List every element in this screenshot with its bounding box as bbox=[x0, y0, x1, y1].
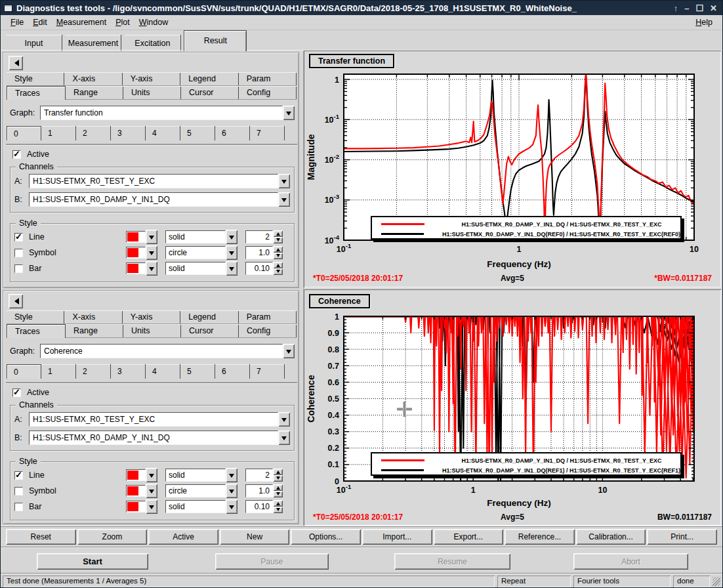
tab-config[interactable]: Config bbox=[239, 324, 297, 338]
tab-param[interactable]: Param bbox=[239, 310, 297, 324]
line-width-input[interactable]: 2 bbox=[245, 469, 273, 482]
bar-color-swatch[interactable] bbox=[126, 262, 146, 274]
trace-tab-1[interactable]: 1 bbox=[41, 364, 76, 379]
channel-b-select[interactable]: H1:SUS-ETMX_R0_DAMP_Y_IN1_DQ bbox=[29, 192, 278, 207]
tab-traces[interactable]: Traces bbox=[7, 324, 66, 338]
line-color-swatch[interactable] bbox=[126, 469, 146, 481]
graph-select[interactable]: Coherence bbox=[40, 344, 283, 358]
symbol-color-swatch[interactable] bbox=[126, 247, 146, 259]
tab-traces[interactable]: Traces bbox=[7, 86, 66, 100]
tab-result[interactable]: Result bbox=[184, 30, 247, 51]
channel-a-select[interactable]: H1:SUS-ETMX_R0_TEST_Y_EXC bbox=[29, 174, 278, 188]
tab-input[interactable]: Input bbox=[6, 35, 62, 51]
collapse-panel-button[interactable] bbox=[9, 56, 23, 70]
symbol-color-dropdown-button[interactable] bbox=[146, 484, 157, 498]
symbol-color-swatch[interactable] bbox=[126, 485, 146, 497]
trace-tab-7[interactable]: 7 bbox=[250, 126, 285, 140]
tab-range[interactable]: Range bbox=[66, 86, 123, 100]
active-button[interactable]: Active bbox=[148, 529, 218, 545]
reference-button[interactable]: Reference... bbox=[505, 529, 575, 545]
line-style-dropdown-button[interactable] bbox=[226, 230, 238, 244]
tab-config[interactable]: Config bbox=[239, 86, 297, 100]
symbol-checkbox[interactable]: ✓ bbox=[14, 487, 23, 495]
bar-width-stepper[interactable] bbox=[273, 262, 283, 275]
trace-tab-1[interactable]: 1 bbox=[41, 126, 76, 140]
bar-width-input[interactable]: 0.10 bbox=[245, 262, 273, 275]
symbol-size-stepper[interactable] bbox=[273, 484, 283, 497]
channel-a-select[interactable]: H1:SUS-ETMX_R0_TEST_Y_EXC bbox=[29, 412, 278, 427]
trace-tab-7[interactable]: 7 bbox=[250, 364, 285, 379]
symbol-style-dropdown-button[interactable] bbox=[226, 484, 238, 498]
minimize-window-icon[interactable]: – bbox=[684, 3, 689, 13]
tab-units[interactable]: Units bbox=[123, 86, 181, 100]
print-button[interactable]: Print... bbox=[647, 529, 717, 545]
trace-tab-0[interactable]: 0 bbox=[7, 364, 41, 379]
bar-checkbox[interactable]: ✓ bbox=[14, 503, 23, 511]
line-width-stepper[interactable] bbox=[273, 469, 283, 482]
trace-tab-6[interactable]: 6 bbox=[215, 126, 250, 140]
menu-edit[interactable]: Edit bbox=[28, 16, 52, 29]
menu-window[interactable]: Window bbox=[134, 16, 173, 29]
channel-b-dropdown-button[interactable] bbox=[278, 430, 290, 445]
options-button[interactable]: Options... bbox=[291, 529, 361, 545]
bar-width-input[interactable]: 0.10 bbox=[245, 500, 273, 513]
tab-measurement[interactable]: Measurement bbox=[65, 35, 121, 51]
tab-cursor[interactable]: Cursor bbox=[181, 86, 239, 100]
active-checkbox[interactable]: ✓ bbox=[12, 150, 21, 159]
line-style-select[interactable]: solid bbox=[165, 469, 226, 482]
trace-tab-3[interactable]: 3 bbox=[111, 126, 146, 140]
bar-color-swatch[interactable] bbox=[126, 501, 146, 513]
graph-select[interactable]: Transfer function bbox=[40, 106, 283, 120]
bar-style-dropdown-button[interactable] bbox=[226, 261, 238, 276]
trace-tab-4[interactable]: 4 bbox=[146, 364, 180, 379]
tab-legend[interactable]: Legend bbox=[180, 310, 238, 324]
active-checkbox[interactable]: ✓ bbox=[12, 388, 21, 397]
close-window-icon[interactable]: ✕ bbox=[710, 3, 717, 13]
trace-tab-5[interactable]: 5 bbox=[180, 126, 215, 140]
tab-style[interactable]: Style bbox=[7, 72, 64, 86]
tab-range[interactable]: Range bbox=[66, 324, 123, 338]
calibration-button[interactable]: Calibration... bbox=[576, 529, 646, 545]
line-color-dropdown-button[interactable] bbox=[146, 230, 157, 244]
menu-help[interactable]: Help bbox=[691, 16, 717, 29]
symbol-style-dropdown-button[interactable] bbox=[226, 245, 238, 260]
line-checkbox[interactable]: ✓ bbox=[14, 233, 23, 242]
menu-plot[interactable]: Plot bbox=[111, 16, 134, 29]
channel-a-dropdown-button[interactable] bbox=[278, 412, 290, 427]
trace-tab-4[interactable]: 4 bbox=[146, 126, 180, 140]
tab-legend[interactable]: Legend bbox=[180, 72, 238, 86]
coherence-plot-canvas[interactable]: 10-111000.10.20.30.40.50.60.70.80.91Cohe… bbox=[304, 289, 721, 528]
bar-style-select[interactable]: solid bbox=[165, 500, 226, 513]
tab-cursor[interactable]: Cursor bbox=[181, 324, 239, 338]
abort-button[interactable]: Abort bbox=[573, 553, 688, 570]
menu-file[interactable]: File bbox=[6, 16, 28, 29]
trace-tab-2[interactable]: 2 bbox=[76, 364, 111, 379]
graph-dropdown-button[interactable] bbox=[283, 344, 295, 358]
symbol-size-input[interactable]: 1.0 bbox=[245, 484, 273, 497]
titlebar[interactable]: Diagnostics test tools - /ligo/svncommon… bbox=[1, 1, 722, 15]
transfer-function-plot-canvas[interactable]: 10-1110110-110-210-310-4Magnitude bbox=[304, 51, 721, 290]
trace-tab-3[interactable]: 3 bbox=[111, 364, 146, 379]
trace-tab-0[interactable]: 0 bbox=[7, 126, 41, 140]
tab-x-axis[interactable]: X-axis bbox=[64, 310, 122, 324]
trace-tab-6[interactable]: 6 bbox=[215, 364, 250, 379]
trace-tab-5[interactable]: 5 bbox=[180, 364, 215, 379]
symbol-style-select[interactable]: circle bbox=[165, 246, 226, 259]
graph-dropdown-button[interactable] bbox=[283, 106, 295, 120]
line-style-select[interactable]: solid bbox=[165, 230, 226, 243]
export-button[interactable]: Export... bbox=[434, 529, 504, 545]
trace-tab-2[interactable]: 2 bbox=[76, 126, 111, 140]
maximize-window-icon[interactable]: ☐ bbox=[695, 3, 703, 13]
resume-button[interactable]: Resume bbox=[394, 553, 510, 570]
line-width-input[interactable]: 2 bbox=[245, 230, 273, 243]
shade-window-icon[interactable]: ↑ bbox=[674, 3, 678, 13]
channel-b-dropdown-button[interactable] bbox=[278, 192, 290, 207]
tab-units[interactable]: Units bbox=[123, 324, 181, 338]
line-checkbox[interactable]: ✓ bbox=[14, 471, 23, 480]
line-style-dropdown-button[interactable] bbox=[226, 468, 238, 482]
symbol-size-stepper[interactable] bbox=[273, 246, 283, 259]
resize-grip[interactable] bbox=[713, 577, 720, 586]
symbol-color-dropdown-button[interactable] bbox=[146, 245, 157, 260]
bar-color-dropdown-button[interactable] bbox=[146, 261, 157, 276]
pause-button[interactable]: Pause bbox=[215, 553, 329, 570]
